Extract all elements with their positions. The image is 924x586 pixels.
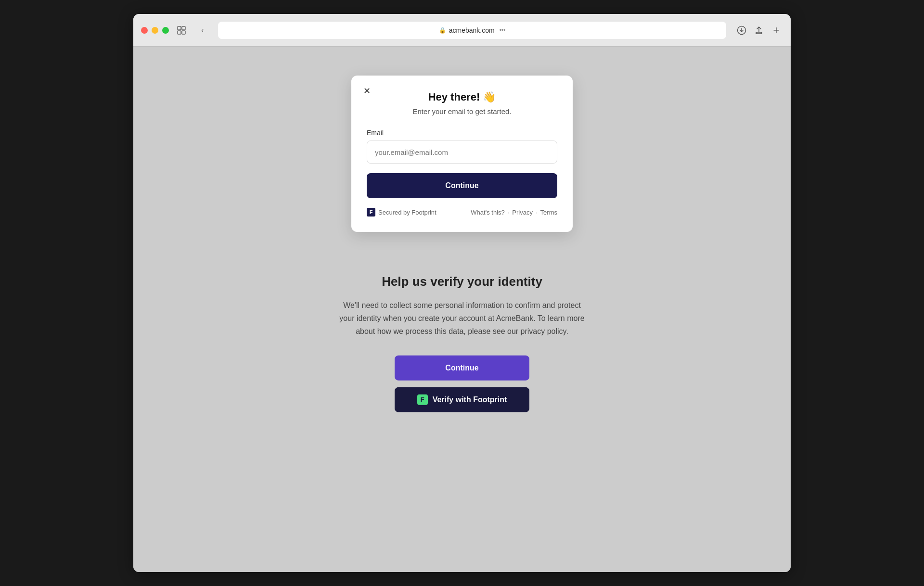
- browser-actions: +: [735, 24, 783, 37]
- svg-rect-3: [182, 31, 185, 34]
- privacy-link[interactable]: Privacy: [512, 209, 533, 216]
- modal-title: Hey there! 👋: [367, 91, 557, 103]
- tab-icon: [174, 23, 189, 38]
- close-traffic-light[interactable]: [141, 27, 148, 34]
- close-icon: ✕: [363, 86, 371, 96]
- dot1: ·: [508, 209, 510, 216]
- verify-footprint-button[interactable]: F Verify with Footprint: [395, 387, 529, 412]
- email-form-group: Email: [367, 129, 557, 164]
- minimize-traffic-light[interactable]: [152, 27, 158, 34]
- modal-subtitle: Enter your email to get started.: [367, 107, 557, 115]
- share-button[interactable]: [752, 24, 766, 37]
- svg-rect-1: [182, 26, 185, 30]
- footprint-f-icon: F: [417, 394, 428, 405]
- svg-rect-0: [178, 26, 181, 30]
- new-tab-button[interactable]: +: [770, 24, 783, 37]
- modal-dialog: ✕ Hey there! 👋 Enter your email to get s…: [351, 76, 573, 232]
- back-button[interactable]: ‹: [196, 24, 209, 37]
- modal-footer: F Secured by Footprint What's this? · Pr…: [367, 208, 557, 217]
- menu-dots: •••: [500, 27, 506, 34]
- verify-footprint-label: Verify with Footprint: [433, 395, 507, 404]
- address-text: acmebank.com: [449, 26, 495, 34]
- whats-this-link[interactable]: What's this?: [471, 209, 504, 216]
- svg-rect-2: [178, 31, 181, 34]
- traffic-lights: [141, 27, 169, 34]
- browser-chrome: ‹ 🔒 acmebank.com ••• +: [133, 14, 791, 47]
- continue-bg-button[interactable]: Continue: [395, 355, 529, 380]
- modal-continue-button[interactable]: Continue: [367, 173, 557, 198]
- modal-close-button[interactable]: ✕: [360, 84, 373, 98]
- fullscreen-traffic-light[interactable]: [162, 27, 169, 34]
- footer-links: What's this? · Privacy · Terms: [471, 209, 557, 216]
- browser-window: ‹ 🔒 acmebank.com ••• + H: [133, 14, 791, 572]
- email-label: Email: [367, 129, 557, 137]
- browser-nav: ‹: [196, 24, 209, 37]
- page-bg-title: Help us verify your identity: [337, 274, 587, 289]
- dot2: ·: [536, 209, 538, 216]
- secured-text: Secured by Footprint: [378, 209, 436, 216]
- footer-brand: F Secured by Footprint: [367, 208, 436, 217]
- address-bar[interactable]: 🔒 acmebank.com •••: [218, 22, 726, 39]
- page-bg-description: We'll need to collect some personal info…: [337, 299, 587, 338]
- page-background-content: Help us verify your identity We'll need …: [327, 245, 597, 432]
- browser-content: Help us verify your identity We'll need …: [133, 47, 791, 572]
- email-input[interactable]: [367, 140, 557, 164]
- terms-link[interactable]: Terms: [540, 209, 557, 216]
- footprint-logo-small: F: [367, 208, 375, 217]
- download-button[interactable]: [735, 24, 748, 37]
- lock-icon: 🔒: [439, 27, 446, 34]
